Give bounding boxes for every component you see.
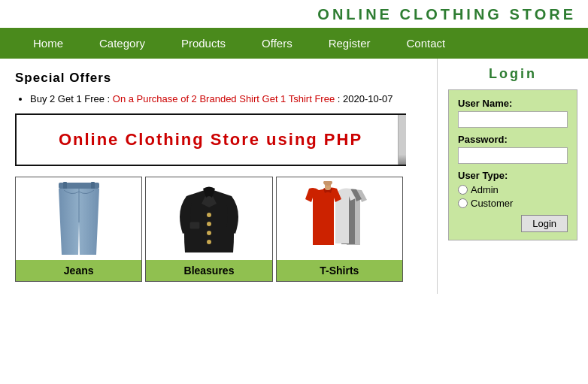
radio-admin-row: Admin xyxy=(458,184,568,195)
product-image-jeans xyxy=(16,177,141,260)
offer-list: Buy 2 Get 1 Free : On a Purchase of 2 Br… xyxy=(15,93,422,104)
svg-point-6 xyxy=(207,231,211,235)
product-card-tshirts[interactable]: T-Shirts xyxy=(276,177,403,282)
radio-customer[interactable] xyxy=(458,198,468,208)
svg-rect-1 xyxy=(63,182,67,189)
password-label: Password: xyxy=(458,134,568,145)
product-image-bleasures xyxy=(146,177,271,260)
nav-products[interactable]: Products xyxy=(163,28,244,59)
username-label: User Name: xyxy=(458,98,568,109)
offer-date: : 2020-10-07 xyxy=(335,93,393,104)
banner-box: Online Clothing Store using PHP xyxy=(15,113,406,166)
login-button[interactable]: Login xyxy=(521,215,568,232)
special-offers-title: Special Offers xyxy=(15,71,422,86)
product-label-tshirts: T-Shirts xyxy=(277,260,402,281)
offer-item: Buy 2 Get 1 Free : On a Purchase of 2 Br… xyxy=(30,93,422,104)
svg-point-7 xyxy=(207,240,211,244)
radio-admin-label: Admin xyxy=(471,184,499,195)
left-content: Special Offers Buy 2 Get 1 Free : On a P… xyxy=(0,59,437,294)
product-card-bleasures[interactable]: Bleasures xyxy=(145,177,272,282)
login-btn-row: Login xyxy=(458,215,568,232)
nav-register[interactable]: Register xyxy=(311,28,389,59)
site-title: ONLINE CLOTHING STORE xyxy=(0,0,588,28)
svg-point-5 xyxy=(207,222,211,226)
radio-admin[interactable] xyxy=(458,185,468,195)
svg-rect-8 xyxy=(190,222,199,228)
svg-rect-2 xyxy=(91,182,95,189)
nav-category[interactable]: Category xyxy=(81,28,163,59)
login-title: Login xyxy=(448,66,577,82)
nav-contact[interactable]: Contact xyxy=(389,28,464,59)
nav-offers[interactable]: Offers xyxy=(244,28,311,59)
nav-home[interactable]: Home xyxy=(15,28,81,59)
products-grid: Jeans xyxy=(15,177,406,282)
product-image-tshirts xyxy=(277,177,402,260)
user-type-section: User Type: Admin Customer xyxy=(458,170,568,209)
main-nav: Home Category Products Offers Register C… xyxy=(0,28,588,59)
radio-customer-row: Customer xyxy=(458,198,568,209)
right-sidebar: Login User Name: Password: User Type: Ad… xyxy=(438,59,588,294)
password-input[interactable] xyxy=(458,147,568,164)
radio-customer-label: Customer xyxy=(471,198,513,209)
product-card-jeans[interactable]: Jeans xyxy=(15,177,142,282)
offer-highlight: On a Purchase of 2 Branded Shirt Get 1 T… xyxy=(113,93,335,104)
product-label-bleasures: Bleasures xyxy=(146,260,271,281)
banner-text: Online Clothing Store using PHP xyxy=(32,130,389,150)
svg-point-4 xyxy=(207,213,211,217)
svg-point-10 xyxy=(323,181,332,186)
user-type-label: User Type: xyxy=(458,170,568,181)
product-label-jeans: Jeans xyxy=(16,260,141,281)
login-box: User Name: Password: User Type: Admin Cu… xyxy=(448,89,577,240)
offer-plain: Buy 2 Get 1 Free : xyxy=(30,93,113,104)
main-layout: Special Offers Buy 2 Get 1 Free : On a P… xyxy=(0,59,588,294)
username-input[interactable] xyxy=(458,111,568,128)
